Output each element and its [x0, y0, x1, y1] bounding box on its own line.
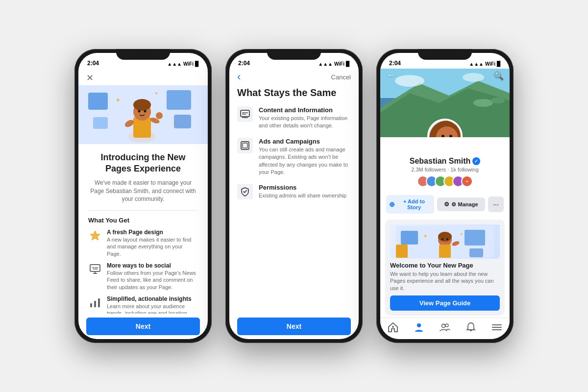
stays-icon-2 [237, 138, 253, 153]
feature-text-1: A fresh Page design A new layout makes i… [107, 229, 198, 257]
svg-rect-1 [88, 93, 108, 110]
stays-title-2: Ads and Campaigns [259, 138, 351, 145]
phone-2: 2:04 ▲▲▲ WiFi ▉ ‹ Cancel What Stays the … [225, 49, 363, 343]
stays-title-1: Content and Information [259, 106, 351, 114]
svg-rect-24 [98, 298, 100, 307]
feature-title-2: More ways to be social [107, 262, 198, 269]
bottom-nav [380, 318, 510, 339]
signal-icon-1: ▲▲▲ [167, 61, 182, 67]
svg-point-62 [445, 324, 448, 327]
divider-1 [88, 210, 198, 211]
feature-icon-1 [88, 229, 102, 243]
svg-point-12 [138, 110, 141, 113]
time-2: 2:04 [238, 60, 250, 67]
manage-button[interactable]: ⚙ ⚙ Manage [437, 197, 485, 211]
plus-icon: ⊕ [389, 200, 395, 208]
battery-icon-2: ▉ [346, 61, 350, 67]
status-icons-2: ▲▲▲ WiFi ▉ [318, 61, 350, 67]
feature-item-3: Simplified, actionable insights Learn mo… [88, 295, 198, 314]
phone1-next-button[interactable]: Next [86, 318, 200, 335]
svg-point-36 [473, 99, 493, 107]
back-icon[interactable]: ‹ [237, 71, 241, 83]
svg-text:✦: ✦ [423, 233, 428, 240]
svg-rect-47 [401, 231, 418, 245]
phone-1: 2:04 ▲▲▲ WiFi ▉ ✕ [74, 49, 212, 343]
stays-desc-3: Existing admins will share ownership of … [259, 192, 351, 200]
name-verified-badge: ✓ [472, 157, 480, 165]
stays-text-2: Ads and Campaigns You can still create a… [259, 138, 351, 176]
svg-text:✦: ✦ [460, 232, 464, 237]
stays-icon-1 [237, 106, 253, 122]
cancel-label[interactable]: Cancel [331, 74, 351, 81]
phone1-illustration: ✦ ✦ ✦ [78, 85, 208, 144]
phone3-search-icon[interactable]: 🔍 [494, 71, 504, 80]
time-3: 2:04 [389, 60, 401, 67]
svg-point-57 [446, 238, 448, 240]
svg-point-19 [93, 267, 94, 269]
scene: 2:04 ▲▲▲ WiFi ▉ ✕ [0, 39, 588, 353]
time-1: 2:04 [87, 60, 99, 67]
svg-point-56 [441, 238, 443, 240]
feature-item-1: A fresh Page design A new layout makes i… [88, 229, 198, 257]
phone1-title: Introducing the New Pages Experience [88, 152, 198, 175]
stays-text-3: Permissions Existing admins will share o… [259, 184, 351, 200]
phone1-body: Introducing the New Pages Experience We'… [78, 144, 208, 314]
svg-point-53 [438, 232, 452, 242]
status-icons-1: ▲▲▲ WiFi ▉ [167, 61, 199, 67]
svg-rect-48 [465, 230, 485, 245]
stays-item-3: Permissions Existing admins will share o… [237, 184, 351, 200]
follower-avatars: + [388, 175, 502, 187]
phone3-back-icon[interactable]: ← [386, 71, 395, 81]
svg-rect-4 [93, 117, 108, 129]
feature-icon-3 [88, 295, 102, 309]
nav-home[interactable] [388, 322, 398, 335]
svg-text:✦: ✦ [115, 96, 121, 104]
feature-icon-2 [88, 262, 102, 276]
svg-rect-18 [90, 265, 100, 271]
svg-rect-3 [174, 115, 191, 128]
feature-title-3: Simplified, actionable insights [107, 295, 198, 302]
profile-stats: 2.3M followers · 1k following [388, 167, 502, 172]
nav-profile[interactable] [414, 322, 424, 335]
status-icons-3: ▲▲▲ WiFi ▉ [469, 61, 501, 67]
stays-title-3: Permissions [259, 184, 351, 191]
welcome-illus-svg: ✦ ✦ [396, 226, 494, 258]
welcome-card: ✕ ✦ ✦ [385, 220, 505, 316]
svg-rect-49 [469, 248, 483, 257]
welcome-illustration: ✦ ✦ [390, 224, 500, 259]
signal-icon-3: ▲▲▲ [469, 61, 484, 67]
nav-menu[interactable] [491, 322, 502, 335]
stays-text-1: Content and Information Your existing po… [259, 106, 351, 130]
svg-rect-55 [439, 245, 451, 258]
feature-desc-2: Follow others from your Page's News Feed… [107, 270, 198, 291]
profile-name: Sebastian Smith ✓ [388, 157, 502, 166]
more-button[interactable]: ··· [488, 196, 504, 212]
svg-rect-2 [167, 90, 191, 110]
stays-desc-2: You can still create ads and manage camp… [259, 146, 351, 176]
add-to-story-button[interactable]: ⊕ + Add to Story [386, 195, 434, 214]
phone2-body: What Stays the Same Content and Informat… [229, 87, 359, 200]
feature-desc-1: A new layout makes it easier to find and… [107, 236, 198, 257]
avatar-svg [429, 121, 463, 137]
feature-title-1: A fresh Page design [107, 229, 198, 236]
svg-text:✦: ✦ [154, 91, 158, 96]
svg-rect-31 [243, 143, 247, 148]
phone2-next-button[interactable]: Next [237, 318, 351, 335]
stays-item-1: Content and Information Your existing po… [237, 106, 351, 130]
svg-marker-17 [90, 231, 100, 240]
follower-avatar-more: + [461, 175, 473, 187]
close-icon[interactable]: ✕ [86, 73, 94, 83]
stays-icon-3 [237, 184, 253, 199]
phone1-subtitle: We've made it easier to manage your Page… [88, 179, 198, 203]
action-buttons: ⊕ + Add to Story ⚙ ⚙ Manage ··· [380, 195, 510, 218]
stays-desc-1: Your existing posts, Page information an… [259, 115, 351, 130]
nav-notifications[interactable] [466, 322, 476, 335]
view-page-guide-button[interactable]: View Page Guide [390, 295, 500, 311]
welcome-desc: We want to help you learn about the new … [390, 270, 500, 292]
svg-point-59 [392, 326, 394, 328]
svg-point-60 [417, 323, 421, 327]
nav-groups[interactable] [440, 322, 450, 335]
wifi-icon-2: WiFi [334, 61, 344, 67]
phone1-close-header: ✕ [78, 69, 208, 85]
feature-text-3: Simplified, actionable insights Learn mo… [107, 295, 198, 314]
